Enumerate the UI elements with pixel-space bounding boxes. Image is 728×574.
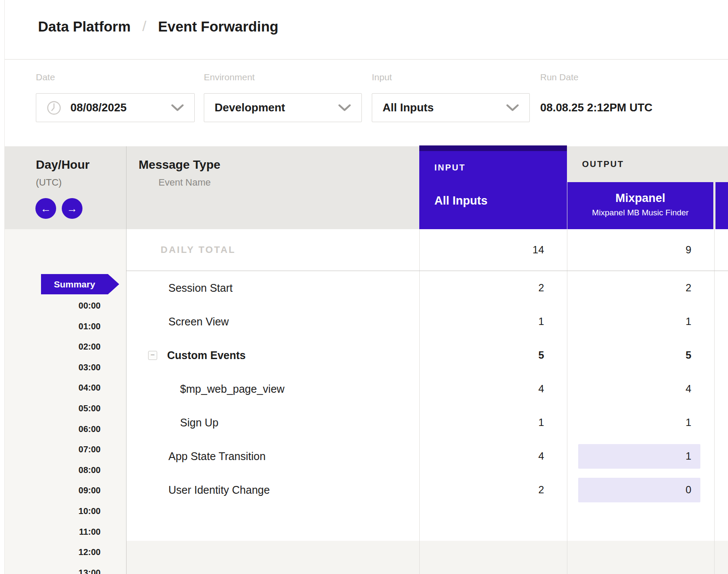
collapse-toggle-icon[interactable]: −: [148, 351, 157, 360]
message-type-rows: Session Start 2 2 Screen View 1 1 − Cust…: [126, 271, 728, 507]
input-count-cell: 2: [419, 271, 567, 305]
grid-footer: [126, 541, 728, 574]
input-section-label: INPUT: [434, 163, 466, 173]
output-connection-name: Mixpanel: [567, 192, 713, 205]
daily-total-output-cell: 9: [567, 229, 713, 271]
event-name-subheading: Event Name: [158, 177, 211, 188]
output-count-cell: 4: [567, 372, 713, 406]
input-column-title: All Inputs: [434, 194, 487, 208]
input-count-cell: 2: [419, 473, 567, 507]
table-row-session-start: Session Start 2 2: [126, 271, 728, 305]
breadcrumb-separator: /: [142, 18, 146, 35]
hour-row-00[interactable]: 00:00: [5, 296, 101, 316]
table-row-app-state-transition: App State Transition 4 1: [126, 439, 728, 473]
row-label: Screen View: [126, 305, 419, 338]
daily-total-row: DAILY TOTAL 14 9: [126, 229, 728, 271]
chevron-down-icon: [171, 104, 184, 111]
input-column-header: INPUT All Inputs: [419, 145, 567, 229]
output-column-partial: [715, 182, 728, 229]
row-label: Session Start: [126, 271, 419, 305]
date-filter-label: Date: [36, 72, 55, 82]
arrow-left-icon: ←: [41, 202, 51, 215]
timezone-label: (UTC): [36, 177, 62, 188]
output-count-cell-highlighted[interactable]: 1: [567, 439, 713, 473]
input-filter-label: Input: [372, 72, 392, 82]
row-label: $mp_web_page_view: [126, 372, 419, 406]
row-label-text: Custom Events: [167, 349, 246, 362]
table-row-custom-events: − Custom Events 5 5: [126, 338, 728, 372]
header-divider: [5, 59, 728, 60]
message-type-heading: Message Type: [139, 158, 220, 172]
input-count-cell: 1: [419, 406, 567, 439]
hour-row-04[interactable]: 04:00: [5, 378, 101, 398]
hour-row-10[interactable]: 10:00: [5, 501, 101, 522]
environment-value: Development: [215, 101, 285, 114]
previous-day-button[interactable]: ←: [35, 198, 56, 219]
row-label: − Custom Events: [126, 338, 419, 372]
table-row-screen-view: Screen View 1 1: [126, 305, 728, 338]
hour-row-09[interactable]: 09:00: [5, 480, 101, 501]
hour-row-03[interactable]: 03:00: [5, 357, 101, 378]
daily-total-label: DAILY TOTAL: [126, 229, 419, 271]
output-count-cell: 5: [567, 338, 713, 372]
date-value: 08/08/2025: [70, 101, 127, 114]
output-count-cell: 2: [567, 271, 713, 305]
event-forwarding-page: Data Platform / Event Forwarding Date En…: [0, 0, 728, 574]
hour-list: 00:00 01:00 02:00 03:00 04:00 05:00 06:0…: [5, 296, 101, 574]
day-nav: ← →: [35, 198, 82, 219]
hour-row-07[interactable]: 07:00: [5, 439, 101, 460]
input-count-cell: 5: [419, 338, 567, 372]
date-select[interactable]: 08/08/2025: [36, 93, 195, 122]
table-row-user-identity-change: User Identity Change 2 0: [126, 473, 728, 507]
breadcrumb: Data Platform / Event Forwarding: [38, 0, 279, 54]
hour-row-13[interactable]: 13:00: [5, 563, 101, 574]
hour-row-06[interactable]: 06:00: [5, 419, 101, 440]
table-row-mp-web-page-view: $mp_web_page_view 4 4: [126, 372, 728, 406]
row-label: User Identity Change: [126, 473, 419, 507]
output-count-cell: 1: [567, 305, 713, 338]
input-count-cell: 1: [419, 305, 567, 338]
daily-total-input-cell: 14: [419, 229, 567, 271]
chevron-down-icon: [338, 104, 351, 111]
hour-row-11[interactable]: 11:00: [5, 522, 101, 542]
environment-select[interactable]: Development: [204, 93, 362, 122]
row-label: App State Transition: [126, 439, 419, 473]
hour-row-01[interactable]: 01:00: [5, 316, 101, 337]
table-row-sign-up: Sign Up 1 1: [126, 406, 728, 439]
output-connection-subtitle: Mixpanel MB Music Finder: [567, 208, 713, 218]
output-count-cell-highlighted[interactable]: 0: [567, 473, 713, 507]
page-title: Event Forwarding: [158, 19, 279, 35]
breadcrumb-section[interactable]: Data Platform: [38, 19, 131, 35]
highlighted-count: 0: [578, 478, 700, 502]
input-count-cell: 4: [419, 439, 567, 473]
input-count-cell: 4: [419, 372, 567, 406]
hour-row-12[interactable]: 12:00: [5, 542, 101, 563]
hour-row-02[interactable]: 02:00: [5, 337, 101, 357]
run-date-label: Run Date: [540, 72, 579, 82]
input-value: All Inputs: [383, 101, 434, 114]
next-day-button[interactable]: →: [62, 198, 82, 219]
output-section-label: OUTPUT: [582, 159, 624, 169]
arrow-right-icon: →: [67, 202, 78, 215]
clock-icon: [47, 101, 61, 115]
chevron-down-icon: [506, 104, 519, 111]
hour-row-08[interactable]: 08:00: [5, 460, 101, 481]
output-column-header[interactable]: Mixpanel Mixpanel MB Music Finder: [567, 182, 713, 229]
row-label: Sign Up: [126, 406, 419, 439]
summary-row-badge[interactable]: Summary: [41, 274, 119, 294]
environment-filter-label: Environment: [204, 72, 255, 82]
hour-row-05[interactable]: 05:00: [5, 398, 101, 419]
output-count-cell: 1: [567, 406, 713, 439]
input-select[interactable]: All Inputs: [372, 93, 530, 122]
run-date-value: 08.08.25 2:12PM UTC: [540, 93, 652, 122]
summary-label: Summary: [41, 274, 108, 294]
day-hour-heading: Day/Hour: [36, 158, 89, 172]
highlighted-count: 1: [578, 444, 700, 469]
